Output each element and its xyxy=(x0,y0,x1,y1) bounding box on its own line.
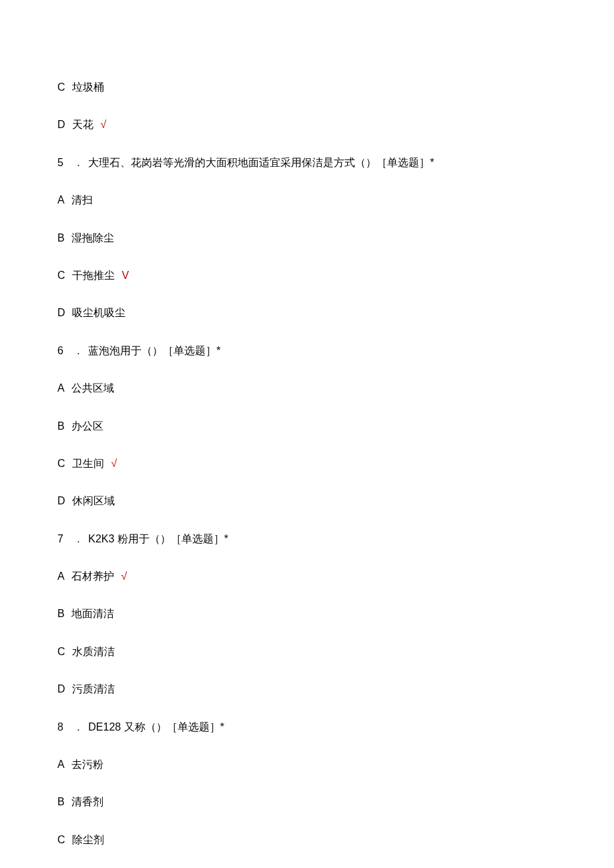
q7-option-d: D 污质清洁 xyxy=(57,682,557,697)
option-label: C xyxy=(57,80,65,95)
q8-option-a: A 去污粉 xyxy=(57,757,557,772)
q5-option-b: B 湿拖除尘 xyxy=(57,231,557,246)
option-text: 卫生间 xyxy=(72,456,104,471)
option-text: 休闲区域 xyxy=(72,494,115,508)
option-text: 清扫 xyxy=(71,193,93,207)
option-label: B xyxy=(57,606,65,621)
option-text: 吸尘机吸尘 xyxy=(72,306,125,320)
option-label: B xyxy=(57,795,65,809)
option-label: C xyxy=(57,833,65,847)
question-text: 蓝泡泡用于（）［单选题］* xyxy=(88,345,220,356)
option-text: 清香剂 xyxy=(71,795,103,809)
correct-mark: √ xyxy=(100,119,106,130)
q6-option-a: A 公共区域 xyxy=(57,381,557,396)
question-number: 7 xyxy=(57,532,63,546)
question-text: DE128 又称（）［单选题］* xyxy=(88,721,224,733)
q6-option-b: B 办公区 xyxy=(57,419,557,434)
option-label: D xyxy=(57,682,65,697)
correct-mark: √ xyxy=(121,570,127,582)
option-text: 天花 xyxy=(72,117,93,132)
option-label: A xyxy=(57,193,65,207)
option-label: D xyxy=(57,306,65,320)
q5-option-d: D 吸尘机吸尘 xyxy=(57,306,557,320)
option-text: 地面清洁 xyxy=(71,606,114,621)
question-dot: . xyxy=(77,720,79,735)
option-label: D xyxy=(57,494,65,508)
q8-option-b: B 清香剂 xyxy=(57,795,557,809)
option-text: 石材养护 xyxy=(71,569,114,584)
document-page: C 垃圾桶 D 天花 √ 5 . 大理石、花岗岩等光滑的大面积地面适宜采用保洁是… xyxy=(0,0,614,868)
option-label: B xyxy=(57,419,65,434)
option-text: 垃圾桶 xyxy=(72,80,104,95)
option-text: 污质清洁 xyxy=(72,682,115,697)
question-dot: . xyxy=(77,344,79,358)
option-text: 水质清洁 xyxy=(72,644,115,659)
q7-option-a: A 石材养护 √ xyxy=(57,569,557,584)
q7-option-b: B 地面清洁 xyxy=(57,606,557,621)
q5-option-c: C 干拖推尘 V xyxy=(57,268,557,283)
question-7: 7 . K2K3 粉用于（）［单选题］* xyxy=(57,532,557,546)
question-text: 大理石、花岗岩等光滑的大面积地面适宜采用保洁是方式（）［单选题］* xyxy=(88,157,434,168)
question-dot: . xyxy=(77,155,79,170)
option-label: D xyxy=(57,117,65,132)
question-number: 8 xyxy=(57,720,63,735)
option-label: B xyxy=(57,231,65,246)
option-text: 去污粉 xyxy=(71,757,103,772)
q7-option-c: C 水质清洁 xyxy=(57,644,557,659)
question-number: 5 xyxy=(57,155,63,170)
option-text: 干拖推尘 xyxy=(72,268,115,283)
question-text: K2K3 粉用于（）［单选题］* xyxy=(88,533,228,544)
option-label: C xyxy=(57,644,65,659)
question-5: 5 . 大理石、花岗岩等光滑的大面积地面适宜采用保洁是方式（）［单选题］* xyxy=(57,155,557,170)
option-d-prev: D 天花 √ xyxy=(57,117,557,132)
option-text: 除尘剂 xyxy=(72,833,104,847)
option-label: C xyxy=(57,456,65,471)
option-text: 办公区 xyxy=(71,419,103,434)
option-text: 公共区域 xyxy=(71,381,114,396)
question-dot: . xyxy=(77,532,79,546)
q8-option-c: C 除尘剂 xyxy=(57,833,557,847)
question-number: 6 xyxy=(57,344,63,358)
option-c-prev: C 垃圾桶 xyxy=(57,80,557,95)
correct-mark: √ xyxy=(111,458,117,469)
q6-option-c: C 卫生间 √ xyxy=(57,456,557,471)
question-6: 6 . 蓝泡泡用于（）［单选题］* xyxy=(57,344,557,358)
q6-option-d: D 休闲区域 xyxy=(57,494,557,508)
option-label: A xyxy=(57,381,65,396)
q5-option-a: A 清扫 xyxy=(57,193,557,207)
option-label: A xyxy=(57,569,65,584)
option-label: A xyxy=(57,757,65,772)
option-text: 湿拖除尘 xyxy=(71,231,114,246)
correct-mark: V xyxy=(121,270,129,281)
option-label: C xyxy=(57,268,65,283)
question-8: 8 . DE128 又称（）［单选题］* xyxy=(57,720,557,735)
